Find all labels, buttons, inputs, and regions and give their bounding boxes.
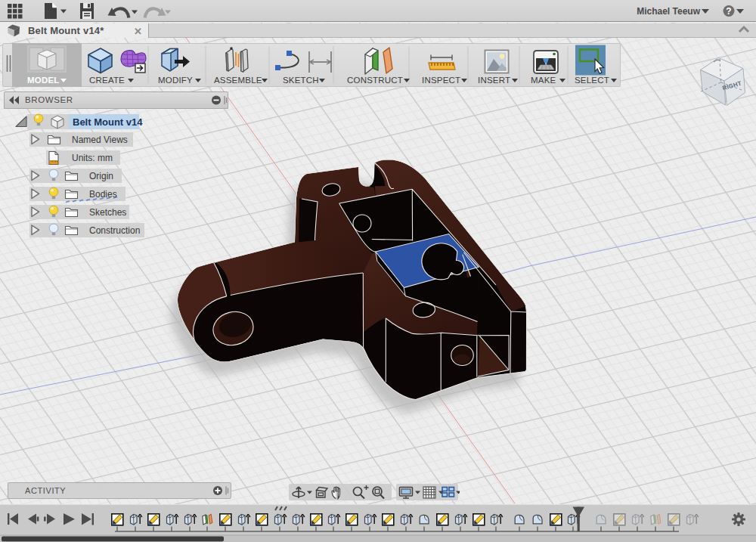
svg-text:?: ?	[726, 6, 731, 17]
